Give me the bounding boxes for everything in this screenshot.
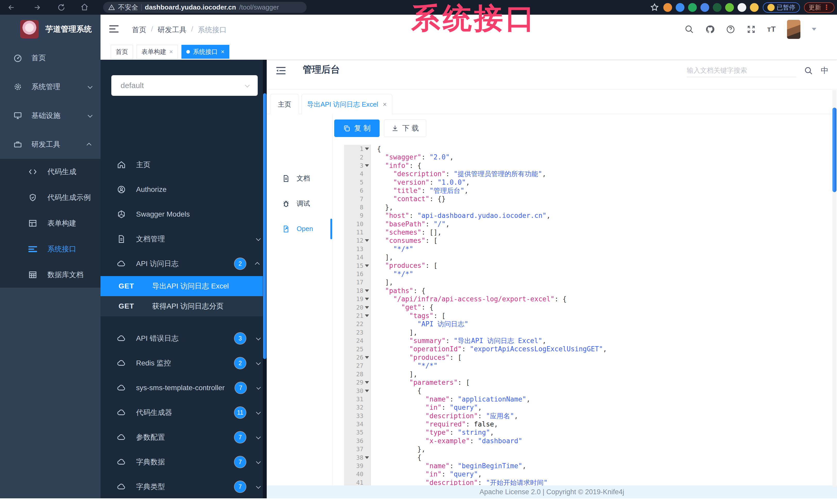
sidebar-scrollbar-track[interactable] <box>263 60 267 498</box>
chevron-down-icon <box>256 236 261 241</box>
sidebar-subitem-label: 表单构建 <box>48 218 76 228</box>
tagbar: 首页 表单构建 × 系统接口 × <box>101 44 837 60</box>
sidebar-subitem-表单构建[interactable]: 表单构建 <box>0 210 101 236</box>
sidebar-item-首页[interactable]: 首页 <box>0 43 101 72</box>
api-group-文档管理[interactable]: 文档管理 <box>101 227 267 251</box>
fold-icon[interactable] <box>365 356 369 359</box>
reload-icon[interactable] <box>57 3 66 12</box>
browser-update-badge[interactable]: 更新 ⋮ <box>804 2 834 13</box>
menu-dots-icon[interactable]: ⋮ <box>823 3 830 11</box>
fold-icon[interactable] <box>365 148 369 150</box>
breadcrumb-item[interactable]: 首页 <box>132 25 146 35</box>
api-operation[interactable]: GET 获得API 访问日志分页 <box>101 296 267 316</box>
copy-button[interactable]: 复 制 <box>334 119 379 137</box>
api-group-Swagger Models[interactable]: Swagger Models <box>101 202 267 227</box>
search-icon[interactable] <box>685 25 694 34</box>
breadcrumb-item[interactable]: 研发工具 <box>158 25 186 35</box>
api-group-Redis 监控[interactable]: Redis 监控 2 <box>101 351 267 375</box>
sidebar-subitem-代码生成示例[interactable]: 代码生成示例 <box>0 185 101 210</box>
sidebar-subitem-系统接口[interactable]: 系统接口 <box>0 236 101 262</box>
search-icon[interactable] <box>804 67 813 75</box>
tag-表单构建[interactable]: 表单构建 × <box>137 45 178 59</box>
fold-icon[interactable] <box>365 298 369 300</box>
group-select[interactable]: default <box>111 75 258 96</box>
sidebar-item-基础设施[interactable]: 基础设施 <box>0 101 101 130</box>
doc-nav-调试[interactable]: 调试 <box>282 199 310 208</box>
tag-系统接口[interactable]: 系统接口 × <box>181 45 229 59</box>
back-icon[interactable] <box>7 3 16 12</box>
code-line: "in": "query", <box>377 470 831 478</box>
doc-nav-文档[interactable]: 文档 <box>282 174 310 183</box>
doc-tab[interactable]: 主页 <box>270 94 299 114</box>
home-icon <box>117 161 126 169</box>
fold-icon[interactable] <box>365 290 369 292</box>
sidebar-scrollbar-thumb[interactable] <box>263 93 266 359</box>
logo-row[interactable]: 芋道管理系统 <box>0 15 101 43</box>
extension-icon[interactable] <box>700 3 709 12</box>
hamburger-icon[interactable] <box>109 25 119 33</box>
question-icon[interactable] <box>726 25 735 34</box>
api-group-API 错误日志[interactable]: API 错误日志 3 <box>101 326 267 351</box>
breadcrumb-item[interactable]: 系统接口 <box>198 25 227 35</box>
paused-extension-badge[interactable]: 已暂停 <box>763 2 800 13</box>
code-line: { <box>377 387 831 395</box>
code-line: "produces": [ <box>377 261 831 269</box>
sidebar-item-系统管理[interactable]: 系统管理 <box>0 72 101 101</box>
api-group-字典类型[interactable]: 字典类型 7 <box>101 474 267 498</box>
code-line: ], <box>377 253 831 261</box>
fold-icon[interactable] <box>365 390 369 392</box>
home-icon[interactable] <box>81 3 89 11</box>
sidebar-subitem-代码生成[interactable]: 代码生成 <box>0 159 101 185</box>
window-scrollbar-thumb[interactable] <box>832 108 836 192</box>
api-group-sys-sms-template-controller[interactable]: sys-sms-template-controller 7 <box>101 375 267 400</box>
extension-icon[interactable] <box>713 3 722 12</box>
fold-icon[interactable] <box>365 239 369 242</box>
line-number: 37 <box>344 445 371 453</box>
extension-icon[interactable] <box>663 3 672 12</box>
close-icon[interactable]: × <box>383 100 387 108</box>
language-toggle[interactable]: 中 <box>821 66 829 76</box>
fold-icon[interactable] <box>365 306 369 309</box>
download-button[interactable]: 下 载 <box>384 119 426 137</box>
fold-icon[interactable] <box>365 164 369 167</box>
sidebar-subitem-数据库文档[interactable]: 数据库文档 <box>0 262 101 288</box>
bookmark-star-icon[interactable] <box>650 3 659 12</box>
forward-icon[interactable] <box>33 3 41 12</box>
extension-icon[interactable] <box>688 3 697 12</box>
caret-down-icon[interactable] <box>812 28 816 31</box>
fold-icon[interactable] <box>365 381 369 384</box>
doc-nav-Open[interactable]: Open <box>282 225 313 233</box>
fullscreen-icon[interactable] <box>747 25 756 34</box>
code-line: "name": "beginBeginTime", <box>377 462 831 470</box>
font-size-icon[interactable]: тT <box>767 25 776 34</box>
close-icon[interactable]: × <box>221 48 225 55</box>
fold-icon[interactable] <box>365 456 369 459</box>
avatar[interactable] <box>787 20 800 39</box>
github-icon[interactable] <box>705 25 715 34</box>
api-group-API 访问日志[interactable]: API 访问日志 2 <box>101 251 267 276</box>
count-badge: 3 <box>234 333 246 344</box>
extension-icons <box>663 3 759 12</box>
doc-search-input[interactable] <box>687 64 796 77</box>
chevron-down-icon <box>256 434 261 439</box>
address-bar[interactable]: 不安全 dashboard.yudao.iocoder.cn/tool/swag… <box>103 2 307 13</box>
fold-icon[interactable] <box>365 315 369 317</box>
extension-icon[interactable] <box>725 3 734 12</box>
api-group-字典数据[interactable]: 字典数据 7 <box>101 450 267 474</box>
extension-icon[interactable] <box>750 3 759 12</box>
api-operation[interactable]: GET 导出API 访问日志 Excel <box>101 276 267 296</box>
json-editor[interactable]: 1234567891011121314151617181920212223242… <box>333 145 833 485</box>
extension-icon[interactable] <box>737 3 746 12</box>
api-group-代码生成器[interactable]: 代码生成器 11 <box>101 400 267 425</box>
api-group-参数配置[interactable]: 参数配置 7 <box>101 425 267 450</box>
close-icon[interactable]: × <box>169 48 173 55</box>
sidebar-submenu: 代码生成 代码生成示例 表单构建 系统接口 数据库文档 <box>0 159 101 288</box>
sidebar-item-研发工具[interactable]: 研发工具 <box>0 130 101 159</box>
fold-icon[interactable] <box>365 264 369 267</box>
extension-icon[interactable] <box>676 3 684 12</box>
collapse-icon[interactable] <box>276 67 286 75</box>
doc-tab[interactable]: 导出API 访问日志 Excel × <box>302 94 392 114</box>
api-group-主页[interactable]: 主页 <box>101 152 267 177</box>
api-group-Authorize[interactable]: Authorize <box>101 177 267 202</box>
tag-首页[interactable]: 首页 <box>111 45 133 59</box>
